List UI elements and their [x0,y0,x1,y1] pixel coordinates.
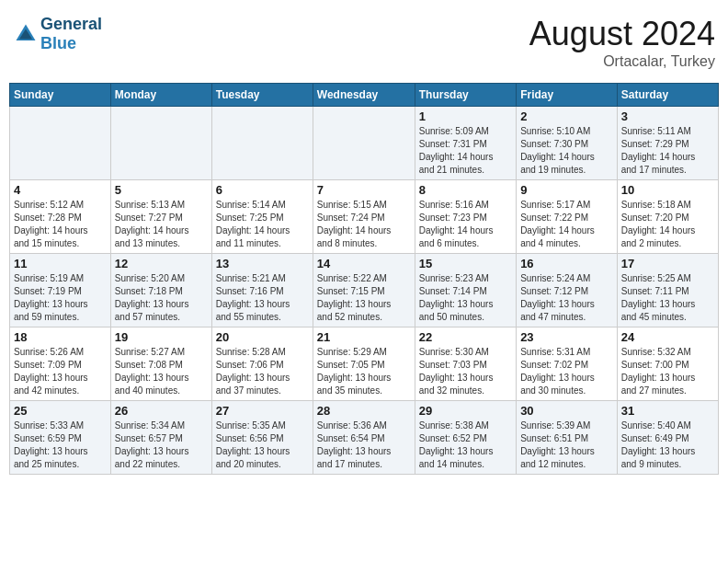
day-number: 27 [216,404,309,418]
day-number: 7 [317,183,411,197]
day-cell: 9Sunrise: 5:17 AM Sunset: 7:22 PM Daylig… [517,180,618,254]
day-cell: 20Sunrise: 5:28 AM Sunset: 7:06 PM Dayli… [211,327,313,401]
day-cell: 12Sunrise: 5:20 AM Sunset: 7:18 PM Dayli… [110,254,211,327]
calendar-table: SundayMondayTuesdayWednesdayThursdayFrid… [9,83,719,475]
day-cell: 1Sunrise: 5:09 AM Sunset: 7:31 PM Daylig… [415,107,516,180]
weekday-header-thursday: Thursday [415,84,516,107]
day-cell: 6Sunrise: 5:14 AM Sunset: 7:25 PM Daylig… [211,180,313,254]
day-info: Sunrise: 5:30 AM Sunset: 7:03 PM Dayligh… [419,346,512,397]
weekday-header-friday: Friday [517,84,618,107]
day-cell: 10Sunrise: 5:18 AM Sunset: 7:20 PM Dayli… [617,180,718,254]
week-row-1: 1Sunrise: 5:09 AM Sunset: 7:31 PM Daylig… [10,107,719,180]
day-cell: 25Sunrise: 5:33 AM Sunset: 6:59 PM Dayli… [10,401,111,475]
day-info: Sunrise: 5:26 AM Sunset: 7:09 PM Dayligh… [14,346,107,397]
day-info: Sunrise: 5:22 AM Sunset: 7:15 PM Dayligh… [317,272,411,324]
month-title: August 2024 [529,15,715,53]
day-number: 20 [216,330,309,344]
day-number: 4 [14,183,107,197]
logo-text-line2: Blue [40,34,102,53]
day-cell: 24Sunrise: 5:32 AM Sunset: 7:00 PM Dayli… [617,327,718,401]
weekday-header-row: SundayMondayTuesdayWednesdayThursdayFrid… [10,84,719,107]
day-number: 17 [621,257,714,270]
day-number: 18 [14,330,107,344]
day-cell: 31Sunrise: 5:40 AM Sunset: 6:49 PM Dayli… [617,401,718,475]
day-number: 10 [621,183,714,197]
day-cell: 28Sunrise: 5:36 AM Sunset: 6:54 PM Dayli… [313,401,415,475]
day-info: Sunrise: 5:09 AM Sunset: 7:31 PM Dayligh… [419,125,512,177]
logo-text-line1: General [40,15,102,34]
day-number: 29 [419,404,512,418]
day-cell: 22Sunrise: 5:30 AM Sunset: 7:03 PM Dayli… [415,327,516,401]
weekday-header-tuesday: Tuesday [211,84,313,107]
day-cell: 8Sunrise: 5:16 AM Sunset: 7:23 PM Daylig… [415,180,516,254]
day-number: 19 [115,330,208,344]
day-info: Sunrise: 5:36 AM Sunset: 6:54 PM Dayligh… [317,419,411,471]
day-number: 31 [621,404,714,418]
day-info: Sunrise: 5:27 AM Sunset: 7:08 PM Dayligh… [115,346,208,397]
day-cell: 29Sunrise: 5:38 AM Sunset: 6:52 PM Dayli… [415,401,516,475]
day-info: Sunrise: 5:25 AM Sunset: 7:11 PM Dayligh… [621,272,714,324]
day-info: Sunrise: 5:19 AM Sunset: 7:19 PM Dayligh… [14,272,107,324]
day-cell: 30Sunrise: 5:39 AM Sunset: 6:51 PM Dayli… [517,401,618,475]
day-cell: 16Sunrise: 5:24 AM Sunset: 7:12 PM Dayli… [517,254,618,327]
day-cell: 19Sunrise: 5:27 AM Sunset: 7:08 PM Dayli… [110,327,211,401]
day-number: 12 [115,257,208,270]
day-number: 21 [317,330,411,344]
day-info: Sunrise: 5:28 AM Sunset: 7:06 PM Dayligh… [216,346,309,397]
day-info: Sunrise: 5:34 AM Sunset: 6:57 PM Dayligh… [115,419,208,471]
day-number: 30 [520,404,613,418]
day-number: 15 [419,257,512,270]
day-number: 26 [115,404,208,418]
day-number: 9 [520,183,613,197]
day-cell: 13Sunrise: 5:21 AM Sunset: 7:16 PM Dayli… [211,254,313,327]
day-info: Sunrise: 5:31 AM Sunset: 7:02 PM Dayligh… [520,346,613,397]
day-info: Sunrise: 5:40 AM Sunset: 6:49 PM Dayligh… [621,419,714,471]
day-number: 25 [14,404,107,418]
page-header: General Blue August 2024 Ortacalar, Turk… [9,9,719,75]
day-info: Sunrise: 5:29 AM Sunset: 7:05 PM Dayligh… [317,346,411,397]
day-info: Sunrise: 5:20 AM Sunset: 7:18 PM Dayligh… [115,272,208,324]
week-row-2: 4Sunrise: 5:12 AM Sunset: 7:28 PM Daylig… [10,180,719,254]
day-number: 1 [419,109,512,123]
day-info: Sunrise: 5:18 AM Sunset: 7:20 PM Dayligh… [621,199,714,250]
day-cell [211,107,313,180]
week-row-4: 18Sunrise: 5:26 AM Sunset: 7:09 PM Dayli… [10,327,719,401]
day-info: Sunrise: 5:38 AM Sunset: 6:52 PM Dayligh… [419,419,512,471]
day-number: 2 [520,109,613,123]
day-cell [313,107,415,180]
location-subtitle: Ortacalar, Turkey [529,53,715,70]
day-number: 5 [115,183,208,197]
day-info: Sunrise: 5:23 AM Sunset: 7:14 PM Dayligh… [419,272,512,324]
day-info: Sunrise: 5:11 AM Sunset: 7:29 PM Dayligh… [621,125,714,177]
day-number: 8 [419,183,512,197]
day-cell: 15Sunrise: 5:23 AM Sunset: 7:14 PM Dayli… [415,254,516,327]
day-cell: 21Sunrise: 5:29 AM Sunset: 7:05 PM Dayli… [313,327,415,401]
logo-icon [13,21,39,47]
day-cell: 4Sunrise: 5:12 AM Sunset: 7:28 PM Daylig… [10,180,111,254]
day-cell: 5Sunrise: 5:13 AM Sunset: 7:27 PM Daylig… [110,180,211,254]
week-row-3: 11Sunrise: 5:19 AM Sunset: 7:19 PM Dayli… [10,254,719,327]
day-info: Sunrise: 5:12 AM Sunset: 7:28 PM Dayligh… [14,199,107,250]
day-cell: 2Sunrise: 5:10 AM Sunset: 7:30 PM Daylig… [517,107,618,180]
day-number: 14 [317,257,411,270]
day-info: Sunrise: 5:35 AM Sunset: 6:56 PM Dayligh… [216,419,309,471]
day-cell: 18Sunrise: 5:26 AM Sunset: 7:09 PM Dayli… [10,327,111,401]
weekday-header-monday: Monday [110,84,211,107]
weekday-header-saturday: Saturday [617,84,718,107]
day-number: 24 [621,330,714,344]
day-info: Sunrise: 5:33 AM Sunset: 6:59 PM Dayligh… [14,419,107,471]
day-cell: 14Sunrise: 5:22 AM Sunset: 7:15 PM Dayli… [313,254,415,327]
day-number: 3 [621,109,714,123]
logo: General Blue [13,15,102,53]
day-info: Sunrise: 5:10 AM Sunset: 7:30 PM Dayligh… [520,125,613,177]
day-number: 6 [216,183,309,197]
day-cell: 7Sunrise: 5:15 AM Sunset: 7:24 PM Daylig… [313,180,415,254]
day-cell [10,107,111,180]
day-number: 22 [419,330,512,344]
weekday-header-wednesday: Wednesday [313,84,415,107]
day-info: Sunrise: 5:16 AM Sunset: 7:23 PM Dayligh… [419,199,512,250]
day-info: Sunrise: 5:24 AM Sunset: 7:12 PM Dayligh… [520,272,613,324]
day-cell: 17Sunrise: 5:25 AM Sunset: 7:11 PM Dayli… [617,254,718,327]
day-info: Sunrise: 5:21 AM Sunset: 7:16 PM Dayligh… [216,272,309,324]
day-cell: 26Sunrise: 5:34 AM Sunset: 6:57 PM Dayli… [110,401,211,475]
